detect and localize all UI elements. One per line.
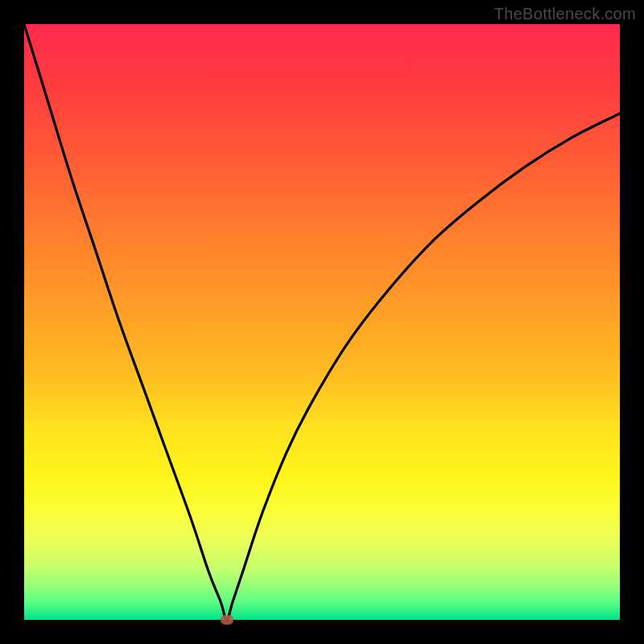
curve-svg (24, 24, 620, 620)
plot-area (24, 24, 620, 620)
watermark-text: TheBottleneck.com (494, 5, 636, 23)
bottleneck-curve (24, 24, 620, 620)
minimum-marker (221, 615, 233, 625)
chart-frame: TheBottleneck.com (0, 0, 644, 644)
